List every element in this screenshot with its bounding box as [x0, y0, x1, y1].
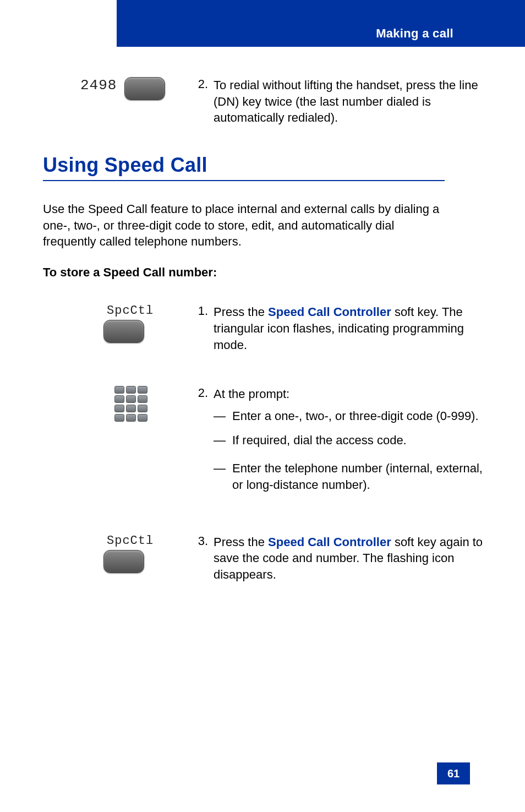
step-text: To redial without lifting the handset, p…	[214, 77, 483, 126]
step-number: 1.	[192, 304, 214, 318]
intro-paragraph: Use the Speed Call feature to place inte…	[43, 201, 445, 250]
sub-text: Enter the telephone number (internal, ex…	[232, 460, 483, 493]
step3-icon-col: SpcCtl	[43, 534, 192, 573]
chapter-title: Making a call	[376, 26, 453, 41]
text-pre: Press the	[214, 535, 268, 549]
dialpad-icon	[114, 386, 147, 422]
store-step-3: SpcCtl 3. Press the Speed Call Controlle…	[43, 534, 483, 583]
softkey-block: SpcCtl	[103, 534, 154, 573]
line-key-icon	[124, 77, 165, 100]
softkey-block: SpcCtl	[103, 304, 154, 343]
redial-icon-col: 2498	[43, 77, 192, 100]
step-number: 2.	[192, 386, 214, 400]
redial-step-row: 2498 2. To redial without lifting the ha…	[43, 77, 483, 126]
key-name: Speed Call Controller	[268, 535, 391, 549]
soft-key-icon	[103, 550, 144, 573]
section-heading: Using Speed Call	[43, 154, 483, 177]
lcd-display-number: 2498	[80, 77, 117, 94]
step2-icon-col	[43, 386, 192, 422]
dash-icon: —	[214, 432, 232, 449]
step-text-group: At the prompt: — Enter a one-, two-, or …	[214, 386, 483, 500]
dash-icon: —	[214, 460, 232, 477]
sub-item: — Enter the telephone number (internal, …	[214, 460, 483, 493]
step-number: 3.	[192, 534, 214, 548]
step1-icon-col: SpcCtl	[43, 304, 192, 343]
text-pre: Press the	[214, 305, 268, 319]
key-name: Speed Call Controller	[268, 305, 391, 319]
step-text: Press the Speed Call Controller soft key…	[214, 304, 483, 353]
sub-heading: To store a Speed Call number:	[43, 265, 483, 280]
heading-rule	[43, 180, 445, 181]
step-text: Press the Speed Call Controller soft key…	[214, 534, 483, 583]
sub-item: — If required, dial the access code.	[214, 432, 483, 449]
dash-icon: —	[214, 408, 232, 424]
softkey-label: SpcCtl	[107, 304, 154, 318]
sub-item: — Enter a one-, two-, or three-digit cod…	[214, 408, 483, 424]
sub-text: Enter a one-, two-, or three-digit code …	[232, 408, 483, 424]
sublist: — Enter a one-, two-, or three-digit cod…	[214, 408, 483, 493]
header-band: Making a call	[117, 0, 525, 47]
sub-text: If required, dial the access code.	[232, 432, 483, 449]
step2-intro: At the prompt:	[214, 386, 483, 402]
content-area: 2498 2. To redial without lifting the ha…	[43, 77, 483, 600]
page-number: 61	[437, 762, 470, 784]
store-step-1: SpcCtl 1. Press the Speed Call Controlle…	[43, 304, 483, 353]
soft-key-icon	[103, 320, 144, 343]
softkey-label: SpcCtl	[107, 534, 154, 548]
step-number: 2.	[192, 77, 214, 91]
page: Making a call 2498 2. To redial without …	[0, 0, 525, 812]
store-step-2: 2. At the prompt: — Enter a one-, two-, …	[43, 386, 483, 500]
